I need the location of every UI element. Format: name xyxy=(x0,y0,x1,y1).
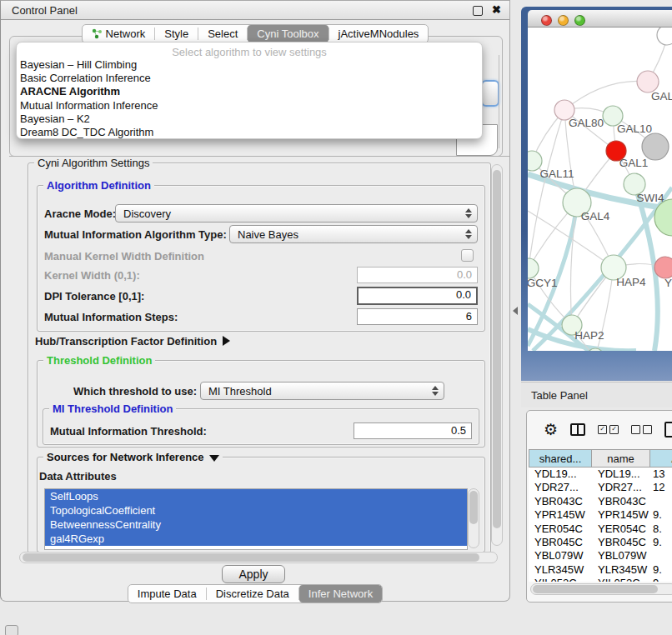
table-row[interactable]: YIL052CYIL052C9. xyxy=(529,577,672,582)
table-cell: 9. xyxy=(650,508,672,522)
table-row[interactable]: YDL19...YDL19...13 xyxy=(529,468,672,481)
tab-discretize-data[interactable]: Discretize Data xyxy=(207,585,298,602)
table-cell: YBL079W xyxy=(592,549,650,562)
cyni-bottom-tabbar: Impute DataDiscretize DataInfer Network xyxy=(1,584,509,603)
network-node-label: GAL1 xyxy=(619,157,649,169)
network-node-label: GCY1 xyxy=(528,277,557,289)
close-traffic-light-icon[interactable] xyxy=(541,15,552,26)
cyni-algorithm-settings-group: Cyni Algorithm Settings Algorithm Defini… xyxy=(28,162,491,553)
algorithm-option[interactable]: Bayesian – K2 xyxy=(17,112,482,126)
sources-expander[interactable]: Sources for Network Inference xyxy=(43,451,223,463)
table-panel-titlebar[interactable]: Table Panel xyxy=(521,382,672,408)
table-row[interactable]: YBR045CYBR045C9. xyxy=(529,536,672,549)
tab-cyni-toolbox[interactable]: Cyni Toolbox xyxy=(248,25,328,42)
table-cell xyxy=(650,495,672,508)
network-window-titlebar[interactable] xyxy=(528,10,672,28)
tab-impute-data[interactable]: Impute Data xyxy=(128,585,206,602)
sources-group: Sources for Network Inference Data Attri… xyxy=(37,457,485,552)
table-row[interactable]: YLR345WYLR345W9. xyxy=(529,563,672,577)
algorithm-option[interactable]: Dream8 DC_TDC Algorithm xyxy=(17,126,482,139)
mi-algorithm-type-select[interactable]: Naive Bayes xyxy=(229,225,478,243)
table-row[interactable]: YBR043CYBR043C xyxy=(529,495,672,508)
aracne-mode-select[interactable]: Discovery xyxy=(115,204,478,222)
spinner-focused[interactable] xyxy=(481,80,499,107)
data-attributes-list[interactable]: SelfLoopsTopologicalCoefficientBetweenne… xyxy=(44,488,468,550)
table-toolbar: ⚙ ✓✓ xyxy=(527,411,672,448)
collapsed-panel-chip[interactable] xyxy=(5,625,18,635)
algorithm-option[interactable]: Mutual Information Inference xyxy=(17,99,482,112)
tab-label: jActiveMNodules xyxy=(339,28,419,40)
unchecked-boxes-icon[interactable] xyxy=(631,425,652,434)
algorithm-option[interactable]: Basic Correlation Inference xyxy=(17,72,482,85)
group-title: Cyni Algorithm Settings xyxy=(34,157,153,169)
settings-hscrollbar[interactable] xyxy=(19,552,498,563)
table-cell: 9. xyxy=(650,577,672,582)
apply-button[interactable]: Apply xyxy=(222,565,285,583)
tab-infer-network[interactable]: Infer Network xyxy=(299,585,382,602)
attribute-item-selected[interactable]: TopologicalCoefficient xyxy=(45,503,467,518)
column-header[interactable]: name xyxy=(592,449,650,468)
group-title: Algorithm Definition xyxy=(43,179,154,192)
which-threshold-select[interactable]: MI Threshold xyxy=(200,382,444,400)
table-row[interactable]: YPR145WYPR145W9. xyxy=(529,508,672,522)
gear-icon[interactable]: ⚙ xyxy=(544,422,558,438)
table-cell: YLR345W xyxy=(529,563,592,577)
control-panel-title: Control Panel xyxy=(12,4,78,17)
mi-threshold-definition-group: MI Threshold Definition Mutual Informati… xyxy=(43,408,479,445)
network-node-cut-top[interactable] xyxy=(657,28,672,45)
zoom-traffic-light-icon[interactable] xyxy=(574,15,585,26)
checked-boxes-icon[interactable]: ✓✓ xyxy=(598,425,619,434)
table-cell: YER054C xyxy=(529,522,592,536)
mi-threshold-field[interactable]: 0.5 xyxy=(354,422,472,439)
network-tab-icon xyxy=(92,28,103,39)
tab-style[interactable]: Style xyxy=(155,25,198,42)
dropdown-placeholder: Select algorithm to view settings xyxy=(17,42,482,58)
table-cell: YDL19... xyxy=(529,468,592,481)
table-body: YDL19...YDL19...13YDR27...YDR27...12YBR0… xyxy=(529,468,672,582)
close-icon[interactable]: ✖ xyxy=(492,3,501,16)
hub-expander[interactable]: Hub/Transcription Factor Definition xyxy=(35,335,230,348)
table-cell: 9. xyxy=(650,563,672,577)
attribute-item-selected[interactable]: BetweennessCentrality xyxy=(45,518,467,532)
table-icon[interactable] xyxy=(664,422,672,438)
minimize-traffic-light-icon[interactable] xyxy=(558,15,569,26)
mi-steps-field[interactable]: 6 xyxy=(357,308,478,325)
table-row[interactable]: YDR27...YDR27...12 xyxy=(529,481,672,494)
attribute-item-selected[interactable]: gal4RGexp xyxy=(45,532,467,546)
split-columns-icon[interactable] xyxy=(570,423,585,436)
table-hscrollbar[interactable] xyxy=(530,583,672,595)
dpi-tolerance-field[interactable]: 0.0 xyxy=(357,287,478,305)
data-attributes-label: Data Attributes xyxy=(39,470,117,482)
tab-jactivemnodules[interactable]: jActiveMNodules xyxy=(329,25,429,42)
table-row[interactable]: YBL079WYBL079W xyxy=(529,549,672,562)
table-panel: ⚙ ✓✓ shared...nameA YDL19...YDL19...13YD… xyxy=(526,410,672,602)
algorithm-option[interactable]: ARACNE Algorithm xyxy=(17,85,482,98)
stepper-arrows-icon xyxy=(429,386,442,396)
table-panel-title: Table Panel xyxy=(531,389,588,402)
network-window: GAL7GAL80GAL10GAL1GAL11SWI4GAL4GCY1HAP4Y… xyxy=(521,7,672,381)
network-node-GCY1[interactable] xyxy=(528,258,539,278)
network-canvas[interactable]: GAL7GAL80GAL10GAL1GAL11SWI4GAL4GCY1HAP4Y… xyxy=(528,28,672,351)
table-cell: 9. xyxy=(650,536,672,549)
table-row[interactable]: YER054CYER054C8. xyxy=(529,522,672,536)
column-header[interactable]: shared... xyxy=(529,449,592,468)
settings-scrollbar[interactable] xyxy=(491,164,503,546)
algorithm-option[interactable]: Bayesian – Hill Climbing xyxy=(17,58,482,72)
column-header[interactable]: A xyxy=(650,449,672,468)
kernel-width-field[interactable]: 0.0 xyxy=(357,267,478,283)
expander-down-icon xyxy=(209,455,219,462)
tab-label: Network xyxy=(106,28,146,40)
table-cell: 8. xyxy=(650,522,672,536)
tab-network[interactable]: Network xyxy=(83,25,155,42)
control-panel-window: Control Panel ✖ NetworkStyleSelectCyni T… xyxy=(0,0,510,602)
network-node-salmon-node[interactable] xyxy=(654,257,672,278)
tab-select[interactable]: Select xyxy=(198,25,247,42)
float-window-icon[interactable] xyxy=(473,6,483,16)
control-panel-titlebar[interactable]: Control Panel ✖ xyxy=(1,1,509,20)
attribute-item-selected[interactable]: SelfLoops xyxy=(45,489,467,503)
panel-splitter-arrow[interactable] xyxy=(513,307,518,315)
kernel-width-label: Kernel Width (0,1): xyxy=(44,269,140,282)
attributes-scrollbar[interactable] xyxy=(468,488,479,548)
mi-algorithm-type-label: Mutual Information Algorithm Type: xyxy=(44,228,227,241)
manual-kernel-width-checkbox[interactable] xyxy=(461,249,474,262)
